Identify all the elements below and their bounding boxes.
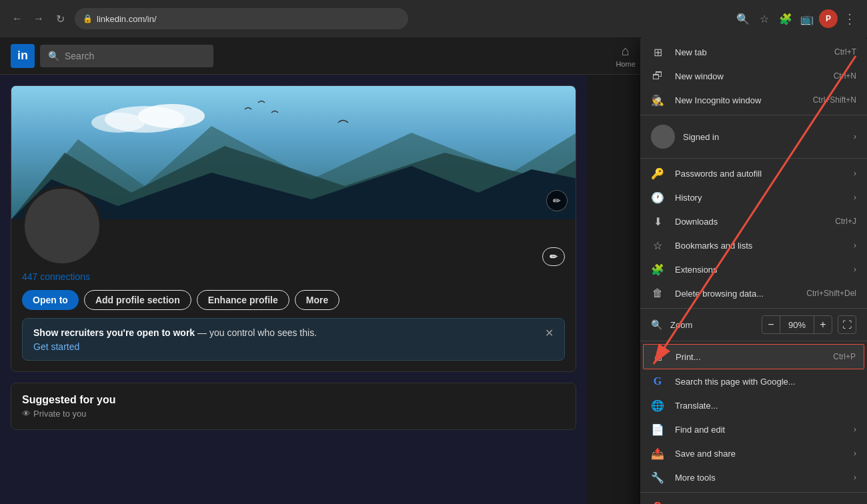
extensions-icon: 🧩: [651, 263, 664, 276]
nav-buttons: ← → ↻: [8, 9, 69, 28]
incognito-shortcut: Ctrl+Shift+N: [813, 95, 856, 105]
menu-delete-label: Delete browsing data...: [675, 289, 796, 299]
more-button[interactable]: More: [295, 290, 339, 310]
downloads-icon: ⬇: [651, 215, 664, 228]
enhance-profile-button[interactable]: Enhance profile: [197, 290, 289, 310]
suggested-section: Suggested for you 👁 Private to you: [11, 383, 576, 430]
zoom-control: 🔍 Zoom − 90% + ⛶: [640, 311, 867, 338]
history-icon: 🕐: [651, 191, 664, 204]
close-banner-button[interactable]: ✕: [545, 327, 554, 339]
profile-button[interactable]: P: [819, 9, 838, 28]
context-menu: ⊞ New tab Ctrl+T 🗗 New window Ctrl+N 🕵 N…: [640, 37, 867, 504]
banner-content: Show recruiters you're open to work — yo…: [33, 327, 317, 352]
menu-history-label: History: [675, 193, 843, 203]
search-bar[interactable]: 🔍 Search: [40, 45, 213, 67]
menu-section-page-tools: 🖨 Print... Ctrl+P G Search this page wit…: [640, 341, 867, 492]
address-bar[interactable]: 🔒 linkedin.com/in/: [75, 8, 408, 29]
page-content: in 🔍 Search ⌂ Home 👥1 Network 💼 Jobs 💬: [0, 37, 867, 504]
menu-print[interactable]: 🖨 Print... Ctrl+P: [643, 344, 864, 369]
downloads-shortcut: Ctrl+J: [835, 217, 856, 226]
menu-save-share[interactable]: 📤 Save and share ›: [640, 441, 867, 465]
help-icon: ❓: [651, 501, 664, 504]
menu-section-account: Signed in ›: [640, 115, 867, 158]
extensions-arrow: ›: [854, 265, 856, 274]
search-icon: 🔍: [48, 51, 59, 61]
delete-browsing-shortcut: Ctrl+Shift+Del: [806, 289, 856, 298]
zoom-label: Zoom: [670, 320, 762, 330]
svg-point-2: [138, 104, 205, 128]
menu-history[interactable]: 🕐 History ›: [640, 185, 867, 209]
menu-translate[interactable]: 🌐 Translate...: [640, 393, 867, 417]
open-to-button[interactable]: Open to: [22, 290, 79, 310]
more-tools-arrow: ›: [854, 473, 856, 482]
profile-info-area: ✏ 447 connections Open to Add profile se…: [11, 219, 576, 371]
profile-actions: Open to Add profile section Enhance prof…: [22, 290, 565, 310]
search-button[interactable]: 🔍: [734, 9, 752, 28]
menu-more-tools[interactable]: 🔧 More tools ›: [640, 465, 867, 489]
chrome-menu-button[interactable]: ⋮: [840, 9, 859, 28]
menu-downloads[interactable]: ⬇ Downloads Ctrl+J: [640, 209, 867, 233]
extensions-button[interactable]: 🧩: [776, 9, 795, 28]
avatar: [22, 186, 102, 266]
browser-chrome: ← → ↻ 🔒 linkedin.com/in/ 🔍 ☆ 🧩 📺 P ⋮: [0, 0, 867, 37]
translate-icon: 🌐: [651, 399, 664, 412]
menu-delete-browsing[interactable]: 🗑 Delete browsing data... Ctrl+Shift+Del: [640, 281, 867, 305]
url-text: linkedin.com/in/: [97, 14, 157, 24]
edit-profile-button[interactable]: ✏: [542, 247, 565, 266]
menu-more-tools-label: More tools: [675, 473, 843, 483]
menu-downloads-label: Downloads: [675, 217, 824, 227]
menu-bookmarks-label: Bookmarks and lists: [675, 241, 843, 251]
connections-count[interactable]: 447 connections: [22, 271, 565, 282]
menu-section-settings: 🔑 Passwords and autofill › 🕐 History › ⬇…: [640, 158, 867, 308]
signed-in-label: Signed in: [683, 132, 846, 142]
reload-button[interactable]: ↻: [51, 9, 69, 28]
new-window-icon: 🗗: [651, 69, 664, 83]
zoom-plus-button[interactable]: +: [814, 315, 832, 334]
menu-help[interactable]: ❓ Help ›: [640, 495, 867, 504]
menu-new-tab-label: New tab: [675, 47, 824, 57]
menu-search-google-label: Search this page with Google...: [675, 377, 856, 387]
get-started-link[interactable]: Get started: [33, 341, 317, 352]
find-edit-icon: 📄: [651, 423, 664, 436]
zoom-icon: 🔍: [651, 319, 662, 330]
account-avatar: [651, 125, 675, 149]
zoom-minus-button[interactable]: −: [762, 315, 780, 334]
new-window-shortcut: Ctrl+N: [834, 71, 856, 81]
nav-home-label: Home: [616, 60, 635, 68]
avatar-wrapper: [22, 186, 102, 266]
menu-extensions-label: Extensions: [675, 265, 843, 275]
menu-section-new: ⊞ New tab Ctrl+T 🗗 New window Ctrl+N 🕵 N…: [640, 37, 867, 115]
menu-print-label: Print...: [676, 352, 822, 362]
save-share-arrow: ›: [854, 449, 856, 458]
add-profile-section-button[interactable]: Add profile section: [84, 290, 191, 310]
toolbar-right: 🔍 ☆ 🧩 📺 P ⋮: [734, 9, 859, 28]
menu-extensions[interactable]: 🧩 Extensions ›: [640, 257, 867, 281]
menu-new-tab[interactable]: ⊞ New tab Ctrl+T: [640, 40, 867, 64]
history-arrow: ›: [854, 193, 856, 202]
new-tab-icon: ⊞: [651, 45, 664, 59]
banner-text: Show recruiters you're open to work — yo…: [33, 327, 317, 338]
zoom-expand-button[interactable]: ⛶: [838, 315, 856, 334]
new-tab-shortcut: Ctrl+T: [834, 47, 856, 57]
more-tools-icon: 🔧: [651, 471, 664, 484]
back-button[interactable]: ←: [8, 9, 27, 28]
suggested-title: Suggested for you: [22, 394, 565, 406]
delete-browsing-icon: 🗑: [651, 287, 664, 300]
passwords-arrow: ›: [854, 169, 856, 178]
menu-new-window[interactable]: 🗗 New window Ctrl+N: [640, 64, 867, 88]
menu-passwords[interactable]: 🔑 Passwords and autofill ›: [640, 161, 867, 185]
menu-search-google[interactable]: G Search this page with Google...: [640, 369, 867, 393]
bookmark-button[interactable]: ☆: [755, 9, 774, 28]
forward-button[interactable]: →: [29, 9, 48, 28]
cast-button[interactable]: 📺: [798, 9, 816, 28]
menu-find-edit[interactable]: 📄 Find and edit ›: [640, 417, 867, 441]
menu-bookmarks[interactable]: ☆ Bookmarks and lists ›: [640, 233, 867, 257]
menu-incognito[interactable]: 🕵 New Incognito window Ctrl+Shift+N: [640, 88, 867, 112]
lock-icon: 🔒: [83, 14, 93, 23]
edit-cover-button[interactable]: ✏: [546, 190, 568, 211]
bookmarks-icon: ☆: [651, 239, 664, 252]
eye-icon: 👁: [22, 409, 31, 419]
incognito-icon: 🕵: [651, 93, 664, 107]
open-to-work-banner: Show recruiters you're open to work — yo…: [22, 318, 565, 361]
signed-in-item[interactable]: Signed in ›: [640, 118, 867, 155]
